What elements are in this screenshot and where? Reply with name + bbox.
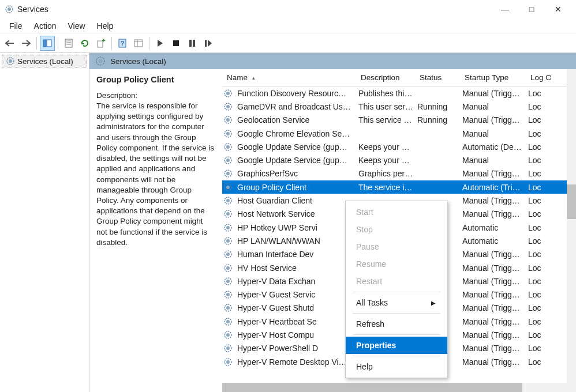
- service-name: Host Network Service: [237, 209, 315, 218]
- service-logon: Loc: [528, 344, 541, 353]
- column-header-logon[interactable]: Log On As: [526, 69, 551, 86]
- service-startup-type: Manual (Trigg…: [462, 290, 520, 299]
- svg-point-27: [226, 118, 230, 122]
- window-close-button[interactable]: ✕: [545, 0, 571, 18]
- service-row[interactable]: Google Update Service (gup…Keeps your …A…: [222, 140, 576, 153]
- service-logon: Loc: [528, 263, 541, 273]
- svg-rect-3: [47, 40, 51, 47]
- service-name: Hyper-V Heartbeat Se: [237, 317, 317, 326]
- svg-point-45: [226, 239, 230, 243]
- column-header-startup-type[interactable]: Startup Type: [460, 69, 526, 86]
- service-icon: [223, 156, 233, 165]
- service-icon: [223, 183, 233, 192]
- service-name: Group Policy Client: [237, 183, 306, 192]
- service-row[interactable]: Group Policy ClientThe service i…Automat…: [222, 180, 576, 194]
- service-icon: [223, 223, 233, 232]
- svg-rect-14: [173, 40, 179, 46]
- service-icon: [223, 236, 233, 246]
- vertical-scrollbar[interactable]: [567, 69, 576, 392]
- service-name: Hyper-V PowerShell D: [237, 344, 318, 353]
- svg-point-41: [226, 212, 230, 216]
- svg-point-35: [226, 172, 230, 175]
- svg-rect-17: [205, 40, 207, 47]
- service-status: Running: [417, 115, 447, 125]
- window-maximize-button[interactable]: □: [518, 0, 545, 18]
- toolbar-refresh-button[interactable]: [77, 36, 92, 51]
- toolbar-start-button[interactable]: [152, 36, 167, 51]
- service-row[interactable]: Google Update Service (gup…Keeps your …M…: [222, 153, 576, 167]
- service-row[interactable]: Google Chrome Elevation Se…ManualLoc: [222, 127, 576, 140]
- svg-rect-4: [65, 39, 72, 47]
- service-icon: [223, 115, 233, 125]
- toolbar-pause-button[interactable]: [185, 36, 200, 51]
- submenu-arrow-icon: ▶: [431, 300, 436, 306]
- menu-action[interactable]: Action: [28, 20, 62, 32]
- service-row[interactable]: GraphicsPerfSvcGraphics per…Manual (Trig…: [222, 167, 576, 180]
- svg-point-59: [226, 333, 230, 337]
- context-menu-pause: Pause: [346, 238, 447, 255]
- toolbar-showhide-tree-button[interactable]: [40, 36, 55, 51]
- service-startup-type: Automatic (Tri…: [462, 183, 521, 192]
- service-name: Function Discovery Resourc…: [237, 89, 346, 98]
- horizontal-scrollbar[interactable]: [222, 383, 567, 392]
- service-icon: [223, 330, 233, 340]
- column-header-name[interactable]: Name▴: [222, 69, 356, 86]
- service-row[interactable]: GameDVR and Broadcast Us…This user ser…R…: [222, 100, 576, 113]
- service-description: Graphics per…: [358, 169, 413, 178]
- svg-point-1: [8, 7, 11, 11]
- toolbar-properties-button[interactable]: [61, 36, 76, 51]
- window-minimize-button[interactable]: —: [492, 0, 518, 18]
- list-header: Name▴ Description Status Startup Type Lo…: [222, 69, 576, 86]
- service-icon: [223, 196, 233, 205]
- svg-rect-15: [189, 40, 192, 47]
- svg-point-39: [226, 199, 230, 202]
- content-header-title: Services (Local): [110, 57, 166, 66]
- service-icon: [223, 89, 233, 98]
- toolbar-export-button[interactable]: [93, 36, 109, 51]
- service-startup-type: Automatic: [462, 236, 498, 246]
- context-menu: Start Stop Pause Resume Restart All Task…: [345, 201, 448, 378]
- toolbar-forward-button[interactable]: [18, 36, 33, 51]
- service-logon: Loc: [528, 303, 541, 312]
- svg-rect-11: [134, 40, 143, 47]
- toolbar-stop-button[interactable]: [169, 36, 184, 51]
- column-header-status[interactable]: Status: [415, 69, 460, 86]
- service-description: The service i…: [358, 183, 412, 192]
- service-icon: [223, 290, 233, 299]
- service-startup-type: Manual (Trigg…: [462, 330, 520, 340]
- service-name: Human Interface Dev: [237, 250, 313, 259]
- service-name: Google Update Service (gup…: [237, 142, 347, 152]
- window-title: Services: [17, 5, 492, 14]
- service-row[interactable]: Geolocation ServiceThis service …Running…: [222, 114, 576, 127]
- service-name: Geolocation Service: [237, 115, 309, 125]
- service-logon: Loc: [528, 209, 541, 218]
- context-menu-help[interactable]: Help: [346, 358, 447, 375]
- menu-view[interactable]: View: [62, 20, 91, 32]
- svg-text:?: ?: [121, 40, 125, 47]
- service-logon: Loc: [528, 250, 541, 259]
- column-header-description[interactable]: Description: [356, 69, 415, 86]
- toolbar-column-button[interactable]: [131, 36, 146, 51]
- menu-help[interactable]: Help: [91, 20, 119, 32]
- toolbar-back-button[interactable]: [2, 36, 17, 51]
- service-name: HV Host Service: [237, 263, 297, 273]
- service-name: GraphicsPerfSvc: [237, 169, 298, 178]
- services-icon: [6, 56, 15, 66]
- context-menu-refresh[interactable]: Refresh: [346, 315, 447, 333]
- svg-point-63: [226, 360, 230, 364]
- service-startup-type: Manual (Trigg…: [462, 115, 520, 125]
- toolbar-restart-button[interactable]: [201, 36, 216, 51]
- service-row[interactable]: Function Discovery Resourc…Publishes thi…: [222, 86, 576, 100]
- menu-file[interactable]: File: [3, 20, 28, 32]
- app-icon: [5, 5, 14, 14]
- service-startup-type: Manual (Trigg…: [462, 344, 520, 353]
- svg-point-19: [9, 59, 12, 63]
- context-menu-properties[interactable]: Properties: [346, 337, 447, 354]
- toolbar-help-button[interactable]: ?: [115, 36, 130, 51]
- service-description: Publishes thi…: [358, 89, 412, 98]
- service-logon: Loc: [528, 156, 541, 165]
- service-logon: Loc: [528, 223, 541, 232]
- tree-item-services-local[interactable]: Services (Local): [2, 55, 87, 67]
- context-menu-all-tasks[interactable]: All Tasks▶: [346, 294, 447, 311]
- service-logon: Loc: [528, 236, 541, 246]
